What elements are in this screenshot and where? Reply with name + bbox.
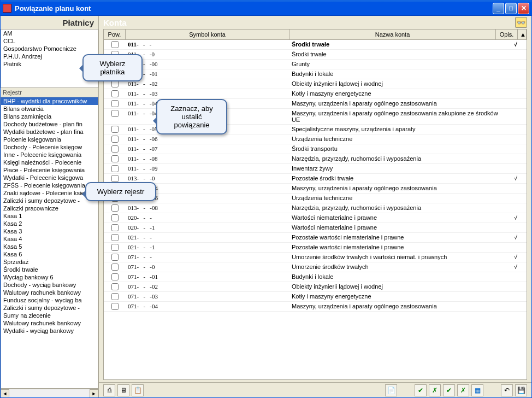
- document-button[interactable]: 📄: [385, 384, 397, 396]
- register-item[interactable]: Polcenie księgowania: [1, 136, 98, 143]
- table-row[interactable]: 011- - -0Środki trwałe: [104, 50, 527, 60]
- payer-item[interactable]: AM: [1, 30, 98, 37]
- register-item[interactable]: Walutowy rachunek bankowy: [1, 319, 98, 327]
- table-row[interactable]: 011- - -01Budynki i lokale: [104, 69, 527, 79]
- table-row[interactable]: 011- - -00Grunty: [104, 60, 527, 69]
- table-row[interactable]: 011- - -Środki trwałe√: [104, 40, 527, 50]
- link-checkbox[interactable]: [111, 244, 119, 251]
- table-row[interactable]: 071- - -04Maszyny, urządzenia i aparaty …: [104, 302, 527, 312]
- register-item[interactable]: Dochody - Polecenie księgow: [1, 143, 98, 151]
- minimize-button[interactable]: _: [493, 3, 504, 14]
- register-item[interactable]: Kasa 4: [1, 235, 98, 243]
- table-row[interactable]: 071- - -03Kotły i maszyny energetyczne: [104, 292, 527, 302]
- print-button[interactable]: ⎙: [103, 384, 115, 396]
- table-row[interactable]: 071- - -02Obiekty inżynierii lądowej i w…: [104, 282, 527, 292]
- link-checkbox[interactable]: [111, 293, 119, 300]
- col-name[interactable]: Nazwa konta: [289, 30, 496, 39]
- register-item[interactable]: Zaliczki pracownicze: [1, 204, 98, 212]
- registers-list[interactable]: BHP - wydatki dla pracownikówBilans otwa…: [1, 97, 98, 389]
- register-item[interactable]: ZFŚS - Polecenie księgowania: [1, 182, 98, 189]
- link-checkbox[interactable]: [111, 175, 119, 182]
- register-item[interactable]: BHP - wydatki dla pracowników: [1, 97, 98, 105]
- payer-item[interactable]: Gospodarstwo Pomocnicze: [1, 45, 98, 52]
- scroll-right-arrow[interactable]: ►: [90, 389, 98, 398]
- col-opis[interactable]: Opis.: [496, 30, 518, 39]
- link-checkbox[interactable]: [111, 303, 119, 310]
- register-item[interactable]: Płace - Polecenie księgowania: [1, 166, 98, 174]
- scroll-track[interactable]: [9, 389, 90, 397]
- check-all-button[interactable]: ✔: [443, 384, 455, 396]
- check-one-button[interactable]: ✔: [415, 384, 427, 396]
- screen-button[interactable]: 🖥: [117, 384, 129, 396]
- register-item[interactable]: Wyciąg bankowy 6: [1, 273, 98, 281]
- register-item[interactable]: Fundusz socjalny - wyciąg ba: [1, 296, 98, 304]
- link-checkbox[interactable]: [111, 155, 119, 162]
- link-checkbox[interactable]: [111, 41, 119, 48]
- register-item[interactable]: Środki trwałe: [1, 266, 98, 273]
- table-row[interactable]: 020- - -Wartości niematerialne i prawne√: [104, 213, 527, 223]
- table-row[interactable]: 011- - -07Środki transportu: [104, 144, 527, 154]
- close-button[interactable]: ✕: [518, 3, 529, 14]
- link-checkbox[interactable]: [111, 214, 119, 221]
- link-checkbox[interactable]: [111, 204, 119, 212]
- save-button[interactable]: 💾: [515, 384, 527, 396]
- link-checkbox[interactable]: [111, 283, 119, 290]
- link-checkbox[interactable]: [111, 100, 119, 107]
- link-checkbox[interactable]: [111, 273, 119, 280]
- register-item[interactable]: Zaliczki i sumy depozytowe -: [1, 304, 98, 312]
- table-row[interactable]: 021- - -Pozostałe wartości niematerialne…: [104, 233, 527, 243]
- table-row[interactable]: 011- - -06Urządzenia techniczne: [104, 134, 527, 144]
- table-row[interactable]: 071- - -Umorzenie środków trwałych i war…: [104, 253, 527, 262]
- link-checkbox[interactable]: [111, 254, 119, 261]
- table-row[interactable]: 013- - -04Maszyny, urządzenia i aparaty …: [104, 184, 527, 194]
- link-checkbox[interactable]: [111, 126, 119, 133]
- table-row[interactable]: 071- - -0Umorzenie środków trwałych√: [104, 262, 527, 272]
- register-item[interactable]: Kasa 2: [1, 220, 98, 227]
- table-row[interactable]: 013- - -06Urządzenia techniczne: [104, 194, 527, 203]
- table-row[interactable]: 021- - -1Pozostałe wartości niematerialn…: [104, 243, 527, 253]
- maximize-button[interactable]: □: [505, 3, 517, 14]
- payer-item[interactable]: CCL: [1, 37, 98, 45]
- link-checkbox[interactable]: [111, 264, 119, 271]
- register-item[interactable]: Dochody budżetowe - plan fin: [1, 120, 98, 128]
- link-checkbox[interactable]: [111, 145, 119, 153]
- table-row[interactable]: 013- - -08Narzędzia, przyrządy, ruchomoś…: [104, 203, 527, 213]
- horizontal-scrollbar[interactable]: ◄ ►: [1, 389, 98, 397]
- register-item[interactable]: Kasa 6: [1, 250, 98, 258]
- scroll-up-arrow[interactable]: ▲: [518, 30, 527, 39]
- register-item[interactable]: Kasa 5: [1, 243, 98, 250]
- register-item[interactable]: Księgi należności - Polecenie: [1, 159, 98, 166]
- link-checkbox[interactable]: [111, 234, 119, 241]
- link-checkbox[interactable]: [111, 90, 119, 97]
- scroll-left-arrow[interactable]: ◄: [1, 389, 9, 398]
- grid-button[interactable]: ▦: [471, 384, 483, 396]
- table-body[interactable]: 011- - -Środki trwałe√011- - -0Środki tr…: [104, 40, 527, 379]
- register-item[interactable]: Kasa 1: [1, 212, 98, 220]
- uncheck-all-button[interactable]: ✗: [457, 384, 469, 396]
- uncheck-one-button[interactable]: ✗: [429, 384, 441, 396]
- table-row[interactable]: 013- - -0Pozostałe środki trwałe√: [104, 174, 527, 184]
- register-item[interactable]: Bilans otwarcia: [1, 105, 98, 113]
- register-item[interactable]: Walutowy rachunek bankowy: [1, 289, 98, 296]
- link-checkbox[interactable]: [111, 110, 119, 117]
- table-row[interactable]: 011- - -09Inwentarz żywy: [104, 164, 527, 174]
- link-checkbox[interactable]: [111, 224, 119, 231]
- undo-button[interactable]: ↶: [501, 384, 513, 396]
- register-item[interactable]: Wydatki - Polecenie księgowa: [1, 174, 98, 182]
- register-item[interactable]: Sprzedaż: [1, 258, 98, 266]
- table-row[interactable]: 020- - -1Wartości niematerialne i prawne: [104, 223, 527, 233]
- register-item[interactable]: Sumy na zlecenie: [1, 312, 98, 319]
- table-row[interactable]: 011- - -08Narzędzia, przyrządy, ruchomoś…: [104, 154, 527, 164]
- col-symbol[interactable]: Symbol konta: [126, 30, 289, 39]
- table-row[interactable]: 011- - -02Obiekty inżynierii lądowej i w…: [104, 79, 527, 89]
- register-item[interactable]: Inne - Polecenie księgowania: [1, 151, 98, 159]
- binoculars-icon[interactable]: 👓: [515, 17, 527, 28]
- register-item[interactable]: Kasa 3: [1, 227, 98, 235]
- register-item[interactable]: Wydatki budżetowe - plan fina: [1, 128, 98, 136]
- register-item[interactable]: Dochody - wyciąg bankowy: [1, 281, 98, 289]
- register-item[interactable]: Wydatki - wyciąg bankowy: [1, 327, 98, 335]
- col-pow[interactable]: Pow.: [104, 30, 126, 39]
- table-row[interactable]: 011- - -03Kotły i maszyny energetyczne: [104, 89, 527, 99]
- link-checkbox[interactable]: [111, 136, 119, 143]
- register-item[interactable]: Bilans zamknięcia: [1, 113, 98, 120]
